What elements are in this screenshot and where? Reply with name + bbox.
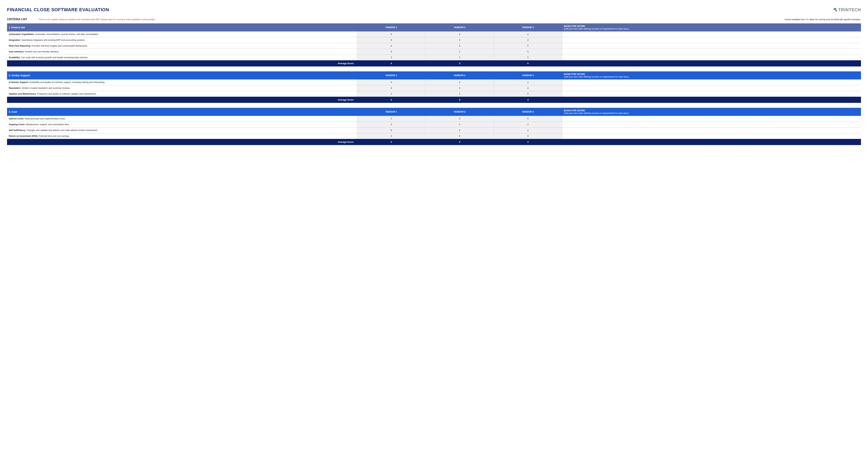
criteria-description: Maintenance, support, and subscription f… <box>26 123 69 126</box>
score-cell[interactable]: 4 <box>494 37 562 43</box>
score-cell[interactable]: 4 <box>425 31 494 37</box>
section-1: 1. Feature SetVENDOR 1VENDOR 2VENDOR 3BA… <box>7 23 861 66</box>
score-cell[interactable]: 4 <box>357 80 425 85</box>
average-score: 3 <box>357 97 425 103</box>
score-cell[interactable]: 3 <box>425 80 494 85</box>
score-cell[interactable]: 3 <box>425 37 494 43</box>
criteria-description: Vendor's market reputation and customer … <box>22 87 70 89</box>
score-cell[interactable]: 2 <box>357 133 425 139</box>
criteria-label: Self Sufficiency: <box>9 129 26 132</box>
average-score: 4 <box>357 60 425 66</box>
basis-cell[interactable] <box>562 80 861 85</box>
score-cell[interactable]: 4 <box>357 49 425 55</box>
score-cell[interactable]: 3 <box>357 121 425 127</box>
score-cell[interactable]: 5 <box>357 37 425 43</box>
average-score: 3 <box>357 139 425 145</box>
criteria-label: Real-Time Reporting: <box>9 45 31 47</box>
table-row: Return on Investment (ROI): Potential ti… <box>7 133 861 139</box>
criteria-description: Initial purchase and implementation cost… <box>25 117 66 120</box>
score-cell[interactable]: 5 <box>494 91 562 97</box>
vendor-header-1: VENDOR 1 <box>357 108 425 116</box>
criteria-label: Return on Investment (ROI): <box>9 135 38 137</box>
sub-header: CRITERIA LIST *Prior to use, update crit… <box>7 18 861 21</box>
criteria-label: Automation Capabilities: <box>9 33 35 35</box>
average-row: Average Score343 <box>7 139 861 145</box>
score-cell[interactable]: 5 <box>494 43 562 49</box>
score-cell[interactable]: 4 <box>425 121 494 127</box>
criteria-description: Provides real-time insights and customiz… <box>32 45 88 47</box>
criteria-cell: Ongoing Costs: Maintenance, support, and… <box>7 121 357 127</box>
score-cell[interactable]: 5 <box>494 116 562 122</box>
criteria-cell: Self Sufficiency: Changes and updates th… <box>7 127 357 133</box>
score-cell[interactable]: 4 <box>494 31 562 37</box>
average-row: Average Score435 <box>7 60 861 66</box>
basis-cell[interactable] <box>562 133 861 139</box>
score-cell[interactable]: 2 <box>425 49 494 55</box>
basis-header-subtitle: (Add your own notes defining success or … <box>564 112 859 114</box>
basis-cell[interactable] <box>562 91 861 97</box>
criteria-cell: Integration: Seamlessly integrates with … <box>7 37 357 43</box>
score-cell[interactable]: 4 <box>425 127 494 133</box>
basis-header: BASIS FOR SCORE(Add your own notes defin… <box>562 108 861 116</box>
score-cell[interactable]: 5 <box>357 127 425 133</box>
basis-cell[interactable] <box>562 127 861 133</box>
score-cell[interactable]: 2 <box>357 116 425 122</box>
score-cell[interactable]: 4 <box>494 85 562 91</box>
criteria-cell: Customer Support: Availability and quali… <box>7 80 357 85</box>
basis-header-subtitle: (Add your own notes defining success or … <box>564 76 859 78</box>
basis-cell[interactable] <box>562 49 861 55</box>
basis-cell[interactable] <box>562 55 861 60</box>
table-row: User Interface: Intuitive and user-frien… <box>7 49 861 55</box>
basis-cell[interactable] <box>562 31 861 37</box>
table-row: Updates and Maintenance: Frequency and q… <box>7 91 861 97</box>
score-cell[interactable]: 3 <box>494 133 562 139</box>
vendor-header-3: VENDOR 3 <box>494 23 562 31</box>
score-cell[interactable]: 3 <box>357 55 425 60</box>
score-cell[interactable]: 3 <box>425 55 494 60</box>
vendor-header-1: VENDOR 1 <box>357 23 425 31</box>
criteria-label: Scalability: <box>9 56 20 59</box>
score-cell[interactable]: 2 <box>425 91 494 97</box>
score-cell[interactable]: 4 <box>357 85 425 91</box>
average-score: 5 <box>494 60 562 66</box>
score-cell[interactable]: 2 <box>357 91 425 97</box>
criteria-description: Availability and quality of customer sup… <box>29 81 105 84</box>
criteria-description: Seamlessly integrates with existing ERP … <box>22 39 85 41</box>
criteria-cell: Upfront Costs: Initial purchase and impl… <box>7 116 357 122</box>
criteria-label: Ongoing Costs: <box>9 123 25 126</box>
average-row: Average Score334 <box>7 97 861 103</box>
basis-cell[interactable] <box>562 43 861 49</box>
criteria-description: Can scale with business growth and handl… <box>21 56 88 59</box>
instructions-scoring: Scores Available from 1-5. Basis for sco… <box>784 18 861 21</box>
section-name: 3. Cost <box>7 108 357 116</box>
score-cell[interactable]: 5 <box>494 55 562 60</box>
score-cell[interactable]: 3 <box>425 85 494 91</box>
score-cell[interactable]: 2 <box>494 121 562 127</box>
vendor-header-1: VENDOR 1 <box>357 71 425 80</box>
basis-header-title: BASIS FOR SCORE <box>564 25 859 28</box>
score-cell[interactable]: 5 <box>494 49 562 55</box>
score-cell[interactable]: 2 <box>494 80 562 85</box>
score-cell[interactable]: 3 <box>425 116 494 122</box>
score-cell[interactable]: 2 <box>494 127 562 133</box>
average-score: 3 <box>494 139 562 145</box>
basis-cell[interactable] <box>562 37 861 43</box>
score-cell[interactable]: 4 <box>357 43 425 49</box>
score-cell[interactable]: 5 <box>357 31 425 37</box>
section-header-row: 2. Vendor SupportVENDOR 1VENDOR 2VENDOR … <box>7 71 861 80</box>
criteria-cell: Automation Capabilities: Automates recon… <box>7 31 357 37</box>
basis-cell[interactable] <box>562 85 861 91</box>
score-cell[interactable]: 4 <box>425 43 494 49</box>
section-3: 3. CostVENDOR 1VENDOR 2VENDOR 3BASIS FOR… <box>7 108 861 145</box>
criteria-list-label: CRITERIA LIST <box>7 18 32 21</box>
vendor-header-2: VENDOR 2 <box>425 108 494 116</box>
criteria-cell: Real-Time Reporting: Provides real-time … <box>7 43 357 49</box>
section-2: 2. Vendor SupportVENDOR 1VENDOR 2VENDOR … <box>7 71 861 103</box>
basis-cell[interactable] <box>562 121 861 127</box>
vendor-header-2: VENDOR 2 <box>425 71 494 80</box>
basis-cell[interactable] <box>562 116 861 122</box>
page-header: FINANCIAL CLOSE SOFTWARE EVALUATION TRIN… <box>7 7 861 12</box>
basis-header: BASIS FOR SCORE(Add your own notes defin… <box>562 23 861 31</box>
score-cell[interactable]: 5 <box>425 133 494 139</box>
section-header-row: 1. Feature SetVENDOR 1VENDOR 2VENDOR 3BA… <box>7 23 861 31</box>
